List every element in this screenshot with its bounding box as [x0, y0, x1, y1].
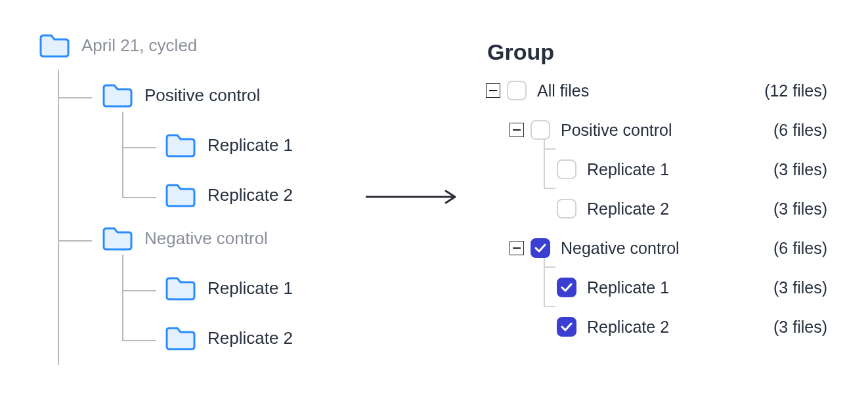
folder-icon: [165, 182, 196, 207]
group-row-all[interactable]: All files (12 files): [486, 71, 827, 110]
file-count: (12 files): [759, 81, 827, 100]
folder-negative-control[interactable]: Negative control: [102, 226, 268, 251]
file-count: (3 files): [768, 160, 827, 179]
folder-label: Positive control: [144, 85, 260, 106]
collapse-toggle[interactable]: [510, 123, 524, 137]
group-row-positive-r1[interactable]: Replicate 1 (3 files): [486, 150, 827, 189]
row-label: Positive control: [561, 121, 768, 140]
folder-positive-control[interactable]: Positive control: [102, 83, 260, 108]
checkbox-checked[interactable]: [531, 238, 550, 258]
row-label: Replicate 1: [587, 160, 768, 179]
group-row-negative[interactable]: Negative control (6 files): [486, 228, 827, 268]
spacer: [536, 280, 550, 295]
group-row-negative-r1[interactable]: Replicate 1 (3 files): [486, 268, 827, 307]
row-label: Replicate 2: [587, 200, 768, 219]
tree-line: [122, 112, 123, 198]
tree-line: [58, 70, 59, 365]
folder-icon: [39, 33, 70, 58]
folder-positive-r2[interactable]: Replicate 2: [165, 182, 293, 207]
group-row-negative-r2[interactable]: Replicate 2 (3 files): [486, 307, 827, 346]
folder-label: Replicate 2: [207, 185, 293, 205]
collapse-toggle[interactable]: [486, 83, 500, 98]
row-label: Replicate 2: [587, 318, 768, 337]
file-count: (6 files): [768, 239, 827, 258]
folder-label: Negative control: [144, 228, 268, 249]
file-count: (3 files): [768, 318, 827, 337]
tree-line: [122, 340, 156, 341]
folder-negative-r2[interactable]: Replicate 2: [165, 326, 293, 350]
folder-icon: [165, 326, 196, 350]
folder-label: April 21, cycled: [81, 35, 197, 56]
folder-icon: [102, 83, 133, 108]
folder-label: Replicate 2: [207, 328, 293, 348]
tree-line: [58, 240, 92, 242]
group-panel: Group All files (12 files) Positive cont…: [486, 39, 827, 77]
checkbox[interactable]: [557, 159, 576, 179]
folder-root[interactable]: April 21, cycled: [39, 33, 197, 58]
spacer: [536, 162, 550, 177]
file-count: (6 files): [768, 121, 827, 140]
checkbox-checked[interactable]: [557, 278, 576, 297]
folder-negative-r1[interactable]: Replicate 1: [165, 276, 293, 301]
file-count: (3 files): [768, 200, 827, 219]
folder-icon: [165, 276, 196, 301]
group-title: Group: [487, 39, 827, 65]
folder-label: Replicate 1: [207, 135, 293, 156]
spacer: [536, 320, 550, 334]
tree-line: [122, 197, 156, 198]
collapse-toggle[interactable]: [510, 241, 524, 255]
folder-label: Replicate 1: [207, 278, 293, 299]
folder-icon: [165, 133, 196, 158]
tree-line: [58, 97, 92, 98]
checkbox[interactable]: [557, 199, 576, 219]
checkbox[interactable]: [531, 120, 550, 140]
row-label: Replicate 1: [587, 278, 768, 297]
folder-icon: [102, 226, 133, 251]
tree-line: [122, 147, 156, 148]
folder-positive-r1[interactable]: Replicate 1: [165, 133, 293, 158]
spacer: [536, 201, 550, 216]
row-label: Negative control: [561, 239, 768, 258]
arrow-icon: [364, 187, 463, 209]
checkbox-checked[interactable]: [557, 317, 576, 337]
row-label: All files: [537, 81, 759, 100]
group-row-positive[interactable]: Positive control (6 files): [486, 110, 827, 150]
group-row-positive-r2[interactable]: Replicate 2 (3 files): [486, 189, 827, 228]
checkbox[interactable]: [507, 81, 527, 100]
file-count: (3 files): [768, 278, 827, 297]
tree-line: [122, 255, 123, 341]
tree-line: [122, 290, 156, 291]
